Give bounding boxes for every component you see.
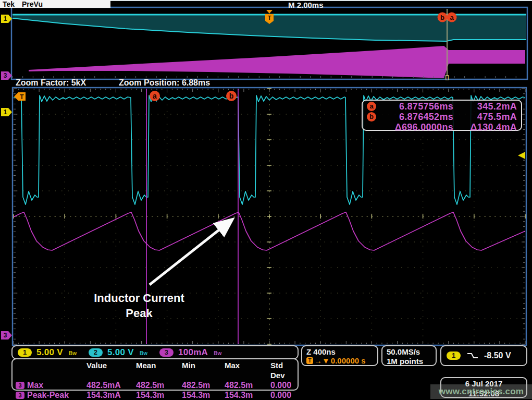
channel1-marker-label: 1 xyxy=(4,15,7,22)
trigger-t-icon: T xyxy=(306,357,313,364)
channel1-marker-label: 1 xyxy=(4,108,7,116)
trigger-level-readout[interactable]: -8.50 V xyxy=(484,351,511,360)
meas-stddev: 0.000 xyxy=(270,380,294,390)
cursor-b-badge[interactable]: b xyxy=(226,91,237,101)
trigger-flag-label: T xyxy=(20,93,24,101)
tek-logo: Tek xyxy=(3,0,15,8)
channel3-marker-label: 3 xyxy=(4,72,7,79)
measurement-header-row: Value Mean Min Max Std Dev xyxy=(16,360,294,380)
timebase-readout[interactable]: M 2.00ms xyxy=(288,1,324,9)
ch1-bandwidth-icon: Bw xyxy=(69,350,77,356)
meas-header-mean: Mean xyxy=(136,360,182,380)
cursor-a-badge[interactable]: a xyxy=(150,91,160,101)
cursor-a-value: 345.2mA xyxy=(453,101,517,112)
cursor-a-row: a 6.875756ms 345.2mA xyxy=(367,101,517,112)
ch1-scale-readout[interactable]: 5.00 V xyxy=(36,347,63,358)
meas-value: 154.3mA xyxy=(86,390,136,400)
channel1-marker[interactable]: 1 xyxy=(1,108,12,116)
cursor-readout-panel: a 6.875756ms 345.2mA b 6.876452ms 475.5m… xyxy=(362,100,522,131)
meas-mean: 482.5m xyxy=(136,380,182,390)
trigger-readout-box[interactable]: 1 -8.50 V xyxy=(440,345,527,366)
channel1-marker-overview[interactable]: 1 xyxy=(1,15,12,23)
acquisition-readout-box[interactable]: 50.0MS/s 1M points xyxy=(381,345,437,366)
ch3-scale-readout[interactable]: 100mA xyxy=(178,347,208,358)
watermark: www.cntronics.com xyxy=(430,384,532,399)
meas-header-stddev: Std Dev xyxy=(270,360,294,380)
channel3-marker[interactable]: 3 xyxy=(1,331,12,340)
meas-max: 482.5m xyxy=(225,380,270,390)
waveform-display: T b a [] 1 3 xyxy=(0,0,532,400)
measurement-row-peakpeak: 3Peak-Peak 154.3mA 154.3m 154.3m 154.3m … xyxy=(16,390,294,400)
cursor-b-value: 475.5mA xyxy=(453,112,517,123)
trigger-source-badge[interactable]: 1 xyxy=(447,351,461,360)
meas-name: Peak-Peak xyxy=(27,390,69,400)
cursor-b-badge-overview[interactable]: b xyxy=(438,13,448,22)
meas-value: 482.5mA xyxy=(86,380,136,390)
meas-name: Max xyxy=(27,380,43,390)
meas-min: 154.3m xyxy=(182,390,225,400)
record-length-readout: 1M points xyxy=(387,357,431,366)
meas-min: 482.5m xyxy=(182,380,225,390)
cursor-delta-row: Δ696.0000ns Δ130.4mA xyxy=(367,122,517,133)
annotation-line1: Inductor Current xyxy=(87,290,191,306)
annotation-text: Inductor Current Peak xyxy=(87,290,191,321)
meas-header-value: Value xyxy=(86,360,136,380)
meas-header-max: Max xyxy=(225,360,270,380)
oscilloscope-screen: T b a [] 1 3 xyxy=(0,0,532,400)
meas-mean: 154.3m xyxy=(136,390,182,400)
cursor-a-time: 6.875756ms xyxy=(380,101,453,112)
zoom-position-label[interactable]: Zoom Position: 6.88ms xyxy=(119,78,210,88)
meas-header-min: Min xyxy=(182,360,225,380)
trigger-position-readout[interactable]: T →▼ 0.00000 s xyxy=(306,356,373,365)
cursor-b-row: b 6.876452ms 475.5mA xyxy=(367,112,517,123)
zoom-factor-label[interactable]: Zoom Factor: 5kX xyxy=(16,78,86,88)
header-logo-area xyxy=(0,0,110,8)
cursor-b-letter: b xyxy=(229,92,234,100)
ch1-badge[interactable]: 1 xyxy=(18,348,32,357)
cursor-a-letter: a xyxy=(153,92,157,100)
annotation-line2: Peak xyxy=(87,306,191,321)
meas-ch-badge: 3 xyxy=(16,382,24,389)
cursor-delta-value: Δ130.4mA xyxy=(453,122,517,133)
acquisition-status: PreVu xyxy=(22,0,43,8)
sample-rate-readout: 50.0MS/s xyxy=(387,347,431,357)
falling-edge-slope-icon xyxy=(466,351,479,360)
meas-max: 154.3m xyxy=(225,390,270,400)
measurement-table: Value Mean Min Max Std Dev 3Max 482.5mA … xyxy=(11,358,299,391)
ch3-bandwidth-icon: Bw xyxy=(214,350,221,356)
channel-readout-strip[interactable]: 1 5.00 V Bw 2 5.00 V Bw 3 100mA Bw xyxy=(11,345,299,359)
meas-ch-badge: 3 xyxy=(16,392,24,399)
cursor-a-badge-overview[interactable]: a xyxy=(447,13,457,22)
ch2-bandwidth-icon: Bw xyxy=(140,350,147,356)
cursor-b-letter: b xyxy=(440,14,444,21)
cursor-delta-time: Δ696.0000ns xyxy=(380,122,453,133)
ch3-badge[interactable]: 3 xyxy=(159,348,174,357)
ch2-badge[interactable]: 2 xyxy=(89,348,103,357)
trigger-position-value: 0.00000 s xyxy=(331,356,366,365)
cursor-a-badge-readout: a xyxy=(367,102,376,111)
cursor-b-badge-readout: b xyxy=(367,112,376,122)
trigger-arrow-icon: →▼ xyxy=(314,356,330,365)
measurement-row-max: 3Max 482.5mA 482.5m 482.5m 482.5m 0.000 xyxy=(16,380,294,390)
channel3-marker-label: 3 xyxy=(4,332,7,339)
ch2-scale-readout[interactable]: 5.00 V xyxy=(107,347,134,358)
meas-stddev: 0.000 xyxy=(270,390,294,400)
horizontal-readout-box[interactable]: Z 400ns T →▼ 0.00000 s xyxy=(301,345,378,366)
cursor-a-letter: a xyxy=(450,14,454,21)
trigger-flag-label: T xyxy=(268,15,271,21)
cursor-b-time: 6.876452ms xyxy=(380,112,453,123)
channel3-marker-overview[interactable]: 3 xyxy=(1,71,12,80)
zoom-scale-readout[interactable]: Z 400ns xyxy=(306,347,373,356)
zoom-region-bracket: [] xyxy=(445,74,449,80)
